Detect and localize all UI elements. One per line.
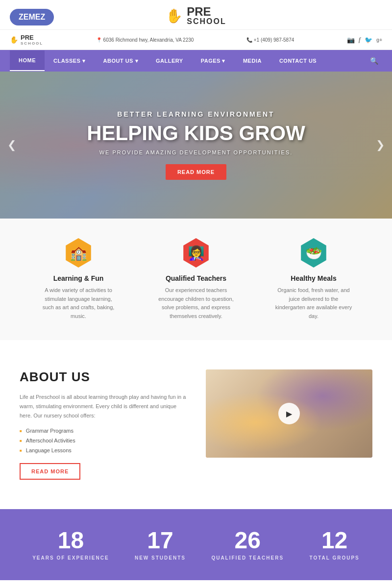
stat-teachers: 26 QUALIFIED TEACHERS [211,529,284,561]
info-bar-logo: ✋ PRE SCHOOL [10,34,43,46]
nav-item-pages[interactable]: PAGES ▾ [192,50,234,71]
about-video-inner: ▶ [206,369,372,458]
stat-groups-number: 12 [309,529,359,552]
nav-item-home[interactable]: HOME [10,50,45,71]
top-brand-bar: ZEMEZ ✋ PRE SCHOOL [0,0,392,30]
feature-teachers-desc: Our experienced teachers encourage child… [157,286,235,320]
stats-section: 18 YEARS OF EXPERIENCE 17 NEW STUDENTS 2… [0,509,392,580]
features-section: 🏫 Learning & Fun A wide variety of activ… [0,219,392,340]
hero-description: WE PROVIDE AMAZING DEVELOPMENT OPPORTUNI… [87,149,305,155]
stat-teachers-label: QUALIFIED TEACHERS [211,555,284,561]
info-pre: PRE [21,34,34,41]
nav-item-contact[interactable]: CONTACT US [270,50,325,71]
about-read-more-button[interactable]: READ MORE [20,463,80,480]
about-list-item-1: Grammar Programs [20,428,186,434]
twitter-icon[interactable]: 🐦 [365,36,372,44]
hero-title: HELPING KIDS GROW [87,122,305,145]
phone-icon: 📞 [246,37,252,43]
play-button[interactable]: ▶ [278,403,300,424]
hero-section: ❮ BETTER LEARNING ENVIRONMENT HELPING KI… [0,72,392,219]
info-bar-phone: 📞 +1 (409) 987-5874 [246,37,294,43]
feature-meals-title: Healthy Meals [274,274,353,282]
nav-item-media[interactable]: MEDIA [234,50,270,71]
instagram-icon[interactable]: 📷 [347,36,355,44]
hand-icon: ✋ [166,8,183,24]
stat-students-label: NEW STUDENTS [135,555,186,561]
about-list: Grammar Programs Afterschool Activities … [20,428,186,453]
feature-learning-desc: A wide variety of activities to stimulat… [39,286,118,320]
stat-groups: 12 TOTAL GROUPS [309,529,359,561]
hero-subtitle: BETTER LEARNING ENVIRONMENT [87,110,305,118]
googleplus-icon[interactable]: g+ [376,37,382,43]
about-list-item-2: Afterschool Activities [20,438,186,443]
info-bar-address: 📍 6036 Richmond hwy, Alexandria, VA 2230 [96,37,194,43]
about-section: ABOUT US Life at Preschool is all about … [0,340,392,509]
nav-item-gallery[interactable]: GALLERY [147,50,192,71]
learning-icon: 🏫 [64,238,93,268]
about-title: ABOUT US [20,369,186,385]
stat-groups-label: TOTAL GROUPS [309,555,359,561]
phone-text: +1 (409) 987-5874 [254,37,294,43]
stat-experience-number: 18 [32,529,109,552]
main-nav: HOME CLASSES ▾ ABOUT US ▾ GALLERY PAGES … [0,50,392,72]
stat-students: 17 NEW STUDENTS [135,529,186,561]
teachers-icon: 👩‍🏫 [181,238,211,268]
brand-school-text: SCHOOL [187,18,226,25]
about-video[interactable]: ▶ [206,369,372,458]
brand-title: PRE SCHOOL [187,6,226,25]
zemez-badge[interactable]: ZEMEZ [10,9,54,25]
feature-meals: 🥗 Healthy Meals Organic food, fresh wate… [265,238,363,320]
info-school: SCHOOL [21,41,43,46]
feature-learning-title: Learning & Fun [39,274,118,282]
facebook-icon[interactable]: f [359,36,361,44]
feature-teachers: 👩‍🏫 Qualified Teachers Our experienced t… [147,238,245,320]
meals-icon: 🥗 [299,238,328,268]
feature-teachers-title: Qualified Teachers [157,274,235,282]
brand-pre-text: PRE [187,6,226,18]
hero-content: BETTER LEARNING ENVIRONMENT HELPING KIDS… [87,110,305,180]
info-bar: ✋ PRE SCHOOL 📍 6036 Richmond hwy, Alexan… [0,30,392,50]
search-icon[interactable]: 🔍 [366,50,382,72]
info-bar-social: 📷 f 🐦 g+ [347,36,382,44]
hero-cta-button[interactable]: READ MORE [166,164,226,180]
stat-teachers-number: 26 [211,529,284,552]
stat-experience: 18 YEARS OF EXPERIENCE [32,529,109,561]
gallery-section: OUR GALLERY ALL MATH CLASS MUSIC CLASS D… [0,580,392,588]
feature-learning: 🏫 Learning & Fun A wide variety of activ… [29,238,127,320]
brand-logo-area: ✋ PRE SCHOOL [166,6,226,25]
feature-meals-desc: Organic food, fresh water, and juice del… [274,286,353,320]
about-right: ▶ [206,369,372,458]
info-logo-text: PRE SCHOOL [21,34,43,46]
address-pin-icon: 📍 [96,37,102,43]
stat-students-number: 17 [135,529,186,552]
nav-item-classes[interactable]: CLASSES ▾ [45,50,95,71]
hero-arrow-left[interactable]: ❮ [7,139,16,151]
about-desc: Life at Preschool is all about learning … [20,392,186,420]
about-left: ABOUT US Life at Preschool is all about … [20,369,186,480]
stat-experience-label: YEARS OF EXPERIENCE [32,555,109,561]
address-text: 6036 Richmond hwy, Alexandria, VA 2230 [103,37,194,43]
about-list-item-3: Language Lessons [20,447,186,453]
nav-items: HOME CLASSES ▾ ABOUT US ▾ GALLERY PAGES … [10,50,366,71]
info-bar-left: ✋ PRE SCHOOL [10,34,43,46]
mini-hand-icon: ✋ [10,36,18,44]
hero-arrow-right[interactable]: ❯ [376,139,385,151]
nav-item-about[interactable]: ABOUT US ▾ [95,50,147,71]
